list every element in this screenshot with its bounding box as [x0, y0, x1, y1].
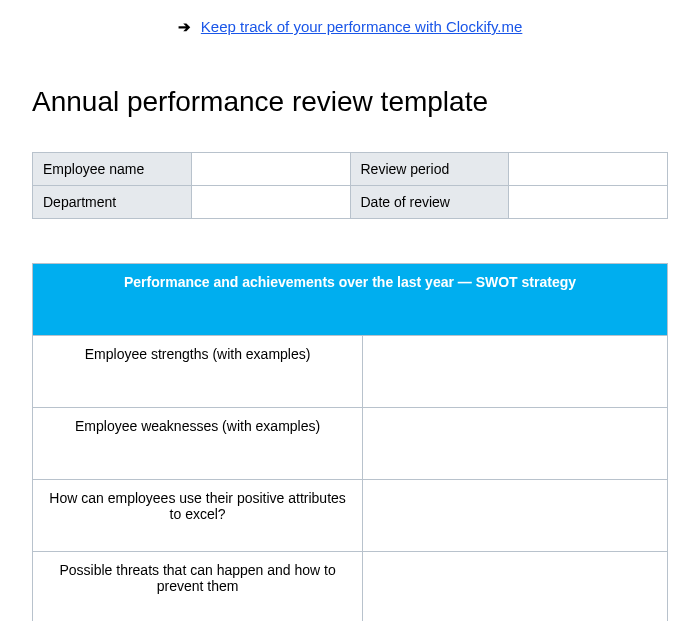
- info-row: Department Date of review: [33, 186, 668, 219]
- date-of-review-value[interactable]: [509, 186, 668, 219]
- info-table: Employee name Review period Department D…: [32, 152, 668, 219]
- review-period-value[interactable]: [509, 153, 668, 186]
- department-label: Department: [33, 186, 192, 219]
- swot-header: Performance and achievements over the la…: [33, 264, 668, 336]
- arrow-right-icon: ➔: [178, 18, 191, 35]
- swot-weaknesses-label: Employee weaknesses (with examples): [33, 408, 363, 480]
- swot-row: Employee strengths (with examples): [33, 336, 668, 408]
- page-title: Annual performance review template: [32, 86, 668, 118]
- swot-row: Employee weaknesses (with examples): [33, 408, 668, 480]
- swot-strengths-value[interactable]: [363, 336, 668, 408]
- info-row: Employee name Review period: [33, 153, 668, 186]
- employee-name-label: Employee name: [33, 153, 192, 186]
- swot-table: Performance and achievements over the la…: [32, 263, 668, 621]
- swot-threats-value[interactable]: [363, 552, 668, 622]
- swot-opportunities-value[interactable]: [363, 480, 668, 552]
- swot-row: How can employees use their positive att…: [33, 480, 668, 552]
- clockify-link[interactable]: Keep track of your performance with Cloc…: [201, 18, 523, 35]
- swot-strengths-label: Employee strengths (with examples): [33, 336, 363, 408]
- swot-header-row: Performance and achievements over the la…: [33, 264, 668, 336]
- review-period-label: Review period: [350, 153, 509, 186]
- swot-weaknesses-value[interactable]: [363, 408, 668, 480]
- employee-name-value[interactable]: [191, 153, 350, 186]
- top-link-row: ➔ Keep track of your performance with Cl…: [0, 0, 700, 46]
- swot-row: Possible threats that can happen and how…: [33, 552, 668, 622]
- document-content: Annual performance review template Emplo…: [0, 86, 700, 621]
- swot-threats-label: Possible threats that can happen and how…: [33, 552, 363, 622]
- swot-opportunities-label: How can employees use their positive att…: [33, 480, 363, 552]
- department-value[interactable]: [191, 186, 350, 219]
- date-of-review-label: Date of review: [350, 186, 509, 219]
